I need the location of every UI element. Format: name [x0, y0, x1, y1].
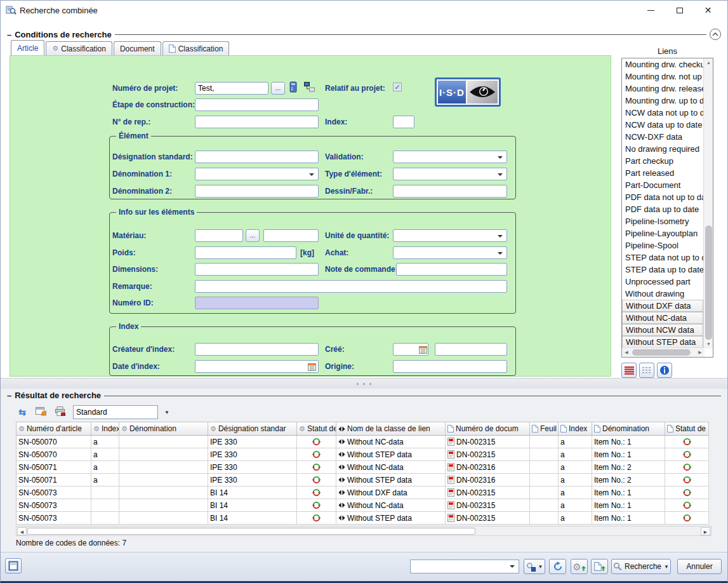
scroll-right-icon[interactable]: ▶ [696, 348, 705, 357]
table-cell[interactable]: Item No.: 1 [592, 499, 665, 512]
table-cell[interactable]: DN-002315 [446, 486, 530, 499]
info-button[interactable] [657, 363, 672, 378]
table-cell[interactable]: a [559, 499, 592, 512]
links-list-item[interactable]: Without drawing [622, 288, 703, 300]
links-list-item[interactable]: STEP data not up to date [622, 251, 703, 264]
table-cell[interactable]: a [559, 436, 592, 448]
links-vertical-scrollbar[interactable]: ▲ ▼ [703, 58, 713, 349]
table-cell[interactable] [91, 512, 119, 525]
document-search-button[interactable] [591, 559, 608, 574]
table-row[interactable]: SN-050071aIPE 330Without NC-dataDN-00231… [17, 461, 709, 474]
dessin-fabr-input[interactable] [393, 185, 507, 198]
table-cell[interactable]: Without STEP data [336, 448, 446, 461]
links-list-item[interactable]: Unprocessed part [622, 276, 703, 288]
table-cell[interactable] [665, 486, 709, 499]
table-cell[interactable]: a [559, 474, 592, 486]
column-header[interactable]: Nom de la classe de lien [336, 422, 446, 436]
settings-search-button[interactable]: ⚙ [571, 559, 588, 574]
links-list-item[interactable]: Part-Document [622, 179, 703, 191]
saved-search-select[interactable] [410, 560, 519, 573]
table-cell[interactable] [297, 461, 336, 474]
links-list-item[interactable]: Mounting drw. not up to date [622, 70, 703, 83]
table-row[interactable]: SN-050073BI 14Without NC-dataDN-002315aI… [17, 499, 709, 512]
table-cell[interactable] [530, 436, 559, 448]
column-header[interactable]: ⚙Numéro d'article [17, 422, 91, 436]
table-cell[interactable] [297, 436, 336, 448]
table-cell[interactable] [530, 486, 559, 499]
table-cell[interactable]: SN-050073 [17, 512, 91, 525]
links-list-item[interactable]: Without DXF data [622, 300, 703, 312]
scroll-up-icon[interactable]: ▲ [704, 58, 713, 67]
materiau-input[interactable] [195, 229, 243, 242]
table-cell[interactable]: a [559, 461, 592, 474]
table-cell[interactable] [119, 486, 208, 499]
table-cell[interactable] [665, 499, 709, 512]
table-cell[interactable] [297, 474, 336, 486]
close-button[interactable]: ✕ [694, 1, 722, 20]
denomination2-input[interactable] [195, 185, 319, 198]
table-cell[interactable]: IPE 330 [208, 448, 297, 461]
table-cell[interactable]: Without DXF data [336, 486, 446, 499]
scrollbar-thumb[interactable] [27, 528, 475, 535]
refresh-button[interactable] [549, 559, 566, 574]
tab-document[interactable]: Document [114, 41, 161, 55]
tab-article[interactable]: Article [11, 40, 44, 55]
designation-standard-input[interactable] [195, 151, 319, 163]
links-list-item[interactable]: Without NC-data [622, 312, 703, 324]
links-list-item[interactable]: Mounting drw. checkup [622, 58, 703, 70]
table-cell[interactable]: BI 14 [208, 486, 297, 499]
column-header[interactable]: Numéro de docum [446, 422, 530, 436]
tab-document-classification[interactable]: Classification [162, 41, 230, 55]
denomination1-select[interactable] [195, 168, 319, 180]
table-cell[interactable] [119, 499, 208, 512]
table-cell[interactable]: a [91, 474, 119, 486]
validation-select[interactable] [393, 151, 507, 163]
column-header[interactable]: Feuil [530, 422, 559, 436]
remarque-input[interactable] [195, 280, 507, 293]
table-cell[interactable] [665, 474, 709, 486]
construction-stage-input[interactable] [195, 98, 319, 111]
links-list-item[interactable]: NCW-DXF data [622, 131, 703, 143]
table-cell[interactable] [297, 486, 336, 499]
poids-input[interactable] [195, 246, 296, 259]
results-horizontal-scrollbar[interactable]: ◀ ▶ [16, 526, 711, 536]
table-cell[interactable]: DN-002316 [446, 474, 530, 486]
table-cell[interactable] [91, 486, 119, 499]
index-creator-input[interactable] [195, 343, 319, 356]
table-cell[interactable]: Item No.: 1 [592, 436, 665, 448]
quantity-unit-select[interactable] [393, 229, 507, 242]
table-cell[interactable]: Without STEP data [336, 512, 446, 525]
table-cell[interactable] [530, 474, 559, 486]
scrollbar-thumb[interactable] [632, 349, 691, 356]
table-cell[interactable] [119, 474, 208, 486]
links-list-item[interactable]: NCW data up to date [622, 119, 703, 131]
table-cell[interactable]: Item No.: 1 [592, 512, 665, 525]
links-horizontal-scrollbar[interactable]: ◀ ▶ [622, 347, 705, 357]
table-row[interactable]: SN-050073BI 14Without STEP dataDN-002315… [17, 512, 709, 525]
table-cell[interactable] [530, 461, 559, 474]
order-note-input[interactable] [396, 263, 507, 276]
table-cell[interactable] [119, 448, 208, 461]
chevron-down-icon[interactable]: ▼ [164, 410, 169, 415]
links-list-item[interactable]: Without STEP data [622, 336, 703, 348]
table-cell[interactable]: SN-050071 [17, 461, 91, 474]
links-list-item[interactable]: NCW data not up to date [622, 107, 703, 119]
links-list-item[interactable]: No drawing required [622, 143, 703, 155]
column-header[interactable]: ⚙Désignation standar [208, 422, 297, 436]
calendar-icon[interactable] [308, 362, 316, 373]
table-cell[interactable]: Without NC-data [336, 461, 446, 474]
links-list-item[interactable]: PDF data up to date [622, 203, 703, 215]
relative-project-checkbox[interactable]: ✓ [393, 83, 402, 91]
table-cell[interactable] [297, 448, 336, 461]
links-list-item[interactable]: Pipeline-Layoutplan [622, 227, 703, 239]
table-cell[interactable]: a [91, 461, 119, 474]
links-list-item[interactable]: Part released [622, 167, 703, 179]
maximize-button[interactable] [665, 1, 694, 20]
links-list-item[interactable]: Mounting drw. up to date [622, 95, 703, 107]
table-cell[interactable]: Without NC-data [336, 499, 446, 512]
print-icon[interactable] [54, 406, 67, 419]
table-cell[interactable] [530, 499, 559, 512]
table-cell[interactable]: DN-002315 [446, 448, 530, 461]
table-cell[interactable]: Item No.: 1 [592, 448, 665, 461]
table-cell[interactable] [665, 436, 709, 448]
